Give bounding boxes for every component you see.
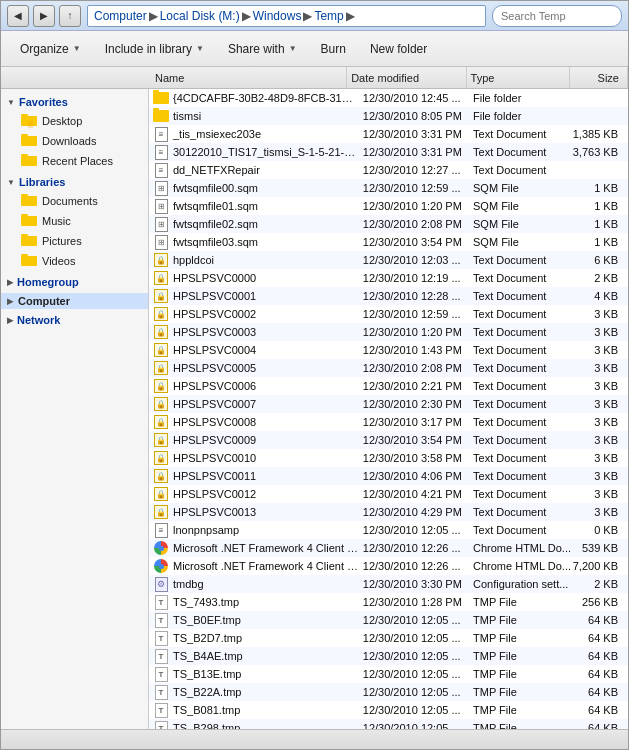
table-row[interactable]: lnonpnpsamp 12/30/2010 12:05 ... Text Do… <box>149 521 628 539</box>
back-button[interactable]: ◀ <box>7 5 29 27</box>
sidebar-item-music[interactable]: Music <box>1 211 148 231</box>
col-header-date[interactable]: Date modified <box>347 67 466 88</box>
sidebar-section-homegroup-header[interactable]: ▶ Homegroup <box>1 273 148 291</box>
table-row[interactable]: 🔒 HPSLPSVC0002 12/30/2010 12:59 ... Text… <box>149 305 628 323</box>
nav-buttons[interactable]: ◀ ▶ ↑ <box>7 5 81 27</box>
table-row[interactable]: dd_NETFXRepair 12/30/2010 12:27 ... Text… <box>149 161 628 179</box>
breadcrumb-localdisk[interactable]: Local Disk (M:) <box>160 9 240 23</box>
status-bar <box>1 729 628 750</box>
file-name: TS_B0EF.tmp <box>171 614 359 626</box>
organize-chevron-icon: ▼ <box>73 44 81 53</box>
table-row[interactable]: 🔒 hppldcoi 12/30/2010 12:03 ... Text Doc… <box>149 251 628 269</box>
file-date: 12/30/2010 12:27 ... <box>359 164 473 176</box>
file-type: Text Document <box>473 128 571 140</box>
table-row[interactable]: fwtsqmfile00.sqm 12/30/2010 12:59 ... SQ… <box>149 179 628 197</box>
up-button[interactable]: ↑ <box>59 5 81 27</box>
table-row[interactable]: TS_B4AE.tmp 12/30/2010 12:05 ... TMP Fil… <box>149 647 628 665</box>
svg-rect-13 <box>21 256 37 266</box>
table-row[interactable]: TS_7493.tmp 12/30/2010 1:28 PM TMP File … <box>149 593 628 611</box>
file-name: HPSLPSVC0008 <box>171 416 359 428</box>
sidebar-section-network-header[interactable]: ▶ Network <box>1 311 148 329</box>
new-folder-button[interactable]: New folder <box>359 36 438 62</box>
file-icon-cell: 🔒 <box>151 433 171 447</box>
table-row[interactable]: 🔒 HPSLPSVC0000 12/30/2010 12:19 ... Text… <box>149 269 628 287</box>
file-size: 3 KB <box>571 344 626 356</box>
sidebar-item-recent-places[interactable]: Recent Places <box>1 151 148 171</box>
table-row[interactable]: TS_B298.tmp 12/30/2010 12:05 ... TMP Fil… <box>149 719 628 729</box>
file-type: Text Document <box>473 272 571 284</box>
locked-file-icon: 🔒 <box>154 505 168 519</box>
table-row[interactable]: 🔒 HPSLPSVC0007 12/30/2010 2:30 PM Text D… <box>149 395 628 413</box>
toolbar: Organize ▼ Include in library ▼ Share wi… <box>1 31 628 67</box>
sidebar-section-favorites-header[interactable]: ▼ Favorites <box>1 93 148 111</box>
sidebar-item-desktop[interactable]: Desktop <box>1 111 148 131</box>
table-row[interactable]: fwtsqmfile03.sqm 12/30/2010 3:54 PM SQM … <box>149 233 628 251</box>
table-row[interactable]: TS_B13E.tmp 12/30/2010 12:05 ... TMP Fil… <box>149 665 628 683</box>
table-row[interactable]: 🔒 HPSLPSVC0008 12/30/2010 3:17 PM Text D… <box>149 413 628 431</box>
tmp-file-icon <box>155 667 168 682</box>
sidebar-item-pictures[interactable]: Pictures <box>1 231 148 251</box>
table-row[interactable]: Microsoft .NET Framework 4 Client Profil… <box>149 539 628 557</box>
computer-expand-icon: ▶ <box>7 297 13 306</box>
breadcrumb-windows[interactable]: Windows <box>253 9 302 23</box>
file-date: 12/30/2010 4:06 PM <box>359 470 473 482</box>
sidebar-section-libraries-header[interactable]: ▼ Libraries <box>1 173 148 191</box>
table-row[interactable]: 🔒 HPSLPSVC0001 12/30/2010 12:28 ... Text… <box>149 287 628 305</box>
table-row[interactable]: TS_B22A.tmp 12/30/2010 12:05 ... TMP Fil… <box>149 683 628 701</box>
include-in-library-button[interactable]: Include in library ▼ <box>94 36 215 62</box>
table-row[interactable]: 🔒 HPSLPSVC0009 12/30/2010 3:54 PM Text D… <box>149 431 628 449</box>
col-header-name[interactable]: Name <box>149 67 347 88</box>
table-row[interactable]: _tis_msiexec203e 12/30/2010 3:31 PM Text… <box>149 125 628 143</box>
table-row[interactable]: 🔒 HPSLPSVC0012 12/30/2010 4:21 PM Text D… <box>149 485 628 503</box>
table-row[interactable]: 🔒 HPSLPSVC0006 12/30/2010 2:21 PM Text D… <box>149 377 628 395</box>
breadcrumb-computer[interactable]: Computer <box>94 9 147 23</box>
table-row[interactable]: 🔒 HPSLPSVC0011 12/30/2010 4:06 PM Text D… <box>149 467 628 485</box>
col-header-type[interactable]: Type <box>467 67 571 88</box>
file-icon-cell: 🔒 <box>151 451 171 465</box>
table-row[interactable]: 🔒 HPSLPSVC0004 12/30/2010 1:43 PM Text D… <box>149 341 628 359</box>
organize-button[interactable]: Organize ▼ <box>9 36 92 62</box>
table-row[interactable]: TS_B081.tmp 12/30/2010 12:05 ... TMP Fil… <box>149 701 628 719</box>
file-icon-cell <box>151 523 171 538</box>
sidebar-item-videos[interactable]: Videos <box>1 251 148 271</box>
table-row[interactable]: 🔒 HPSLPSVC0013 12/30/2010 4:29 PM Text D… <box>149 503 628 521</box>
file-name: tmdbg <box>171 578 359 590</box>
file-type: Text Document <box>473 164 571 176</box>
share-with-button[interactable]: Share with ▼ <box>217 36 308 62</box>
table-row[interactable]: 🔒 HPSLPSVC0003 12/30/2010 1:20 PM Text D… <box>149 323 628 341</box>
file-icon-cell: 🔒 <box>151 379 171 393</box>
table-row[interactable]: TS_B2D7.tmp 12/30/2010 12:05 ... TMP Fil… <box>149 629 628 647</box>
address-bar[interactable]: Computer ▶ Local Disk (M:) ▶ Windows ▶ T… <box>87 5 486 27</box>
file-list[interactable]: {4CDCAFBF-30B2-48D9-8FCB-31CEAEEB... 12/… <box>149 89 628 729</box>
locked-file-icon: 🔒 <box>154 469 168 483</box>
file-type: TMP File <box>473 704 571 716</box>
sidebar-item-downloads[interactable]: Downloads <box>1 131 148 151</box>
table-row[interactable]: tmdbg 12/30/2010 3:30 PM Configuration s… <box>149 575 628 593</box>
table-row[interactable]: 30122010_TIS17_tismsi_S-1-5-21-6307523..… <box>149 143 628 161</box>
table-row[interactable]: fwtsqmfile01.sqm 12/30/2010 1:20 PM SQM … <box>149 197 628 215</box>
svg-rect-12 <box>21 234 28 236</box>
file-size: 1 KB <box>571 182 626 194</box>
file-type: Text Document <box>473 470 571 482</box>
file-size: 64 KB <box>571 722 626 729</box>
breadcrumb-temp[interactable]: Temp <box>314 9 343 23</box>
table-row[interactable]: 🔒 HPSLPSVC0010 12/30/2010 3:58 PM Text D… <box>149 449 628 467</box>
share-chevron-icon: ▼ <box>289 44 297 53</box>
file-type: Chrome HTML Do... <box>473 560 571 572</box>
sidebar-item-documents[interactable]: Documents <box>1 191 148 211</box>
tmp-file-icon <box>155 613 168 628</box>
table-row[interactable]: TS_B0EF.tmp 12/30/2010 12:05 ... TMP Fil… <box>149 611 628 629</box>
table-row[interactable]: {4CDCAFBF-30B2-48D9-8FCB-31CEAEEB... 12/… <box>149 89 628 107</box>
sidebar-section-computer-header[interactable]: ▶ Computer <box>1 293 148 309</box>
forward-button[interactable]: ▶ <box>33 5 55 27</box>
search-input[interactable] <box>492 5 622 27</box>
table-row[interactable]: fwtsqmfile02.sqm 12/30/2010 2:08 PM SQM … <box>149 215 628 233</box>
svg-rect-1 <box>21 114 28 116</box>
file-date: 12/30/2010 12:05 ... <box>359 650 473 662</box>
table-row[interactable]: 🔒 HPSLPSVC0005 12/30/2010 2:08 PM Text D… <box>149 359 628 377</box>
file-type: Text Document <box>473 290 571 302</box>
table-row[interactable]: Microsoft .NET Framework 4 Client Profil… <box>149 557 628 575</box>
burn-button[interactable]: Burn <box>310 36 357 62</box>
col-header-size[interactable]: Size <box>570 67 628 88</box>
table-row[interactable]: tismsi 12/30/2010 8:05 PM File folder <box>149 107 628 125</box>
